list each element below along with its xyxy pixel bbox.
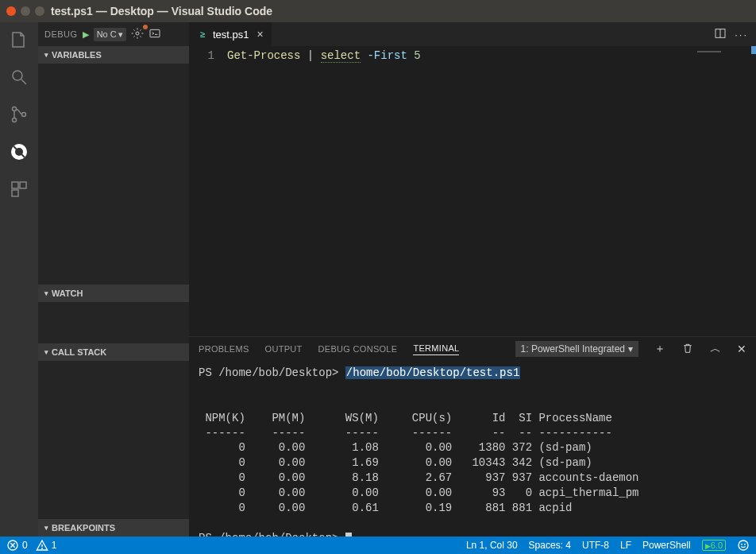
tab-bar: ≥ test.ps1 × ··· <box>189 22 756 46</box>
debug-toolbar: DEBUG ▶ No C▾ <box>38 22 189 46</box>
status-encoding[interactable]: UTF-8 <box>582 540 609 551</box>
svg-line-1 <box>21 79 26 84</box>
extensions-icon[interactable] <box>10 180 29 201</box>
overview-ruler <box>748 46 756 336</box>
svg-rect-7 <box>12 182 18 188</box>
code-editor[interactable]: 1 Get-Process | select -First 5 <box>189 46 756 336</box>
window-titlebar: test.ps1 — Desktop — Visual Studio Code <box>0 0 756 22</box>
chevron-down-icon: ▾ <box>44 51 48 59</box>
kill-terminal-button[interactable] <box>681 342 694 357</box>
settings-badge-icon <box>143 25 148 29</box>
tab-terminal[interactable]: TERMINAL <box>413 343 459 355</box>
powershell-file-icon: ≥ <box>197 29 208 40</box>
variables-header[interactable]: ▾ VARIABLES <box>38 46 189 64</box>
minimize-window-icon[interactable] <box>21 6 30 16</box>
svg-point-16 <box>41 548 42 549</box>
svg-point-0 <box>13 71 22 80</box>
status-eol[interactable]: LF <box>620 540 631 551</box>
svg-point-17 <box>739 540 748 550</box>
debug-console-button[interactable] <box>148 27 161 41</box>
svg-point-18 <box>742 544 742 544</box>
tab-test-ps1[interactable]: ≥ test.ps1 × <box>189 22 272 46</box>
window-title: test.ps1 — Desktop — Visual Studio Code <box>51 5 272 17</box>
close-window-icon[interactable] <box>6 6 16 16</box>
debug-config-select[interactable]: No C▾ <box>94 28 126 41</box>
svg-point-6 <box>15 148 23 156</box>
editor-actions: ··· <box>706 22 756 46</box>
chevron-down-icon: ▾ <box>44 348 48 356</box>
debug-icon[interactable] <box>10 142 29 164</box>
tab-debug-console[interactable]: DEBUG CONSOLE <box>318 344 398 354</box>
svg-rect-11 <box>150 29 160 37</box>
chevron-down-icon: ▾ <box>628 343 633 354</box>
watch-header[interactable]: ▾ WATCH <box>38 285 189 302</box>
svg-rect-9 <box>12 190 18 196</box>
status-warnings[interactable]: 1 <box>36 539 57 552</box>
svg-point-2 <box>13 107 17 111</box>
close-tab-button[interactable]: × <box>257 28 264 41</box>
close-panel-button[interactable]: ✕ <box>737 343 746 355</box>
callstack-header[interactable]: ▾ CALL STACK <box>38 343 189 361</box>
status-indent[interactable]: Spaces: 4 <box>529 540 571 551</box>
window-controls <box>6 6 44 16</box>
status-ps-version[interactable]: ▶6.0 <box>702 540 726 551</box>
svg-point-4 <box>22 113 26 117</box>
tab-output[interactable]: OUTPUT <box>265 344 303 354</box>
callstack-panel <box>38 361 189 519</box>
status-cursor[interactable]: Ln 1, Col 30 <box>466 540 518 551</box>
terminal-selector[interactable]: 1: PowerShell Integrated ▾ <box>515 341 638 357</box>
variables-panel <box>38 64 189 285</box>
source-control-icon[interactable] <box>10 105 29 126</box>
minimap[interactable] <box>697 46 745 57</box>
bottom-panel: PROBLEMS OUTPUT DEBUG CONSOLE TERMINAL 1… <box>189 336 756 537</box>
chevron-down-icon: ▾ <box>44 524 48 532</box>
debug-sidebar: DEBUG ▶ No C▾ ▾ VARIABLES ▾ WATCH ▾ CAL <box>38 22 189 537</box>
svg-point-3 <box>13 118 17 122</box>
chevron-down-icon: ▾ <box>44 289 48 297</box>
more-actions-button[interactable]: ··· <box>735 29 748 41</box>
maximize-panel-button[interactable]: ︿ <box>710 342 721 356</box>
new-terminal-button[interactable]: ＋ <box>654 342 665 356</box>
maximize-window-icon[interactable] <box>35 6 44 16</box>
breakpoints-header[interactable]: ▾ BREAKPOINTS <box>38 519 189 537</box>
terminal-output[interactable]: PS /home/bob/Desktop> /home/bob/Desktop/… <box>189 361 756 537</box>
status-feedback-button[interactable] <box>737 539 750 552</box>
svg-rect-8 <box>20 182 26 188</box>
status-bar: 0 1 Ln 1, Col 30 Spaces: 4 UTF-8 LF Powe… <box>0 537 756 554</box>
search-icon[interactable] <box>10 68 29 89</box>
line-gutter: 1 <box>189 49 227 336</box>
start-debug-button[interactable]: ▶ <box>83 29 89 40</box>
editor-group: ≥ test.ps1 × ··· 1 Get-Process | select … <box>189 22 756 537</box>
tab-label: test.ps1 <box>213 29 249 41</box>
status-language[interactable]: PowerShell <box>642 540 691 551</box>
svg-point-10 <box>136 32 139 35</box>
activity-bar <box>0 22 38 537</box>
watch-panel <box>38 302 189 343</box>
debug-label: DEBUG <box>44 29 78 39</box>
code-content[interactable]: Get-Process | select -First 5 <box>227 49 756 336</box>
debug-settings-button[interactable] <box>131 27 144 41</box>
split-editor-button[interactable] <box>714 27 727 42</box>
panel-tabs: PROBLEMS OUTPUT DEBUG CONSOLE TERMINAL 1… <box>189 337 756 361</box>
status-errors[interactable]: 0 <box>6 539 28 552</box>
explorer-icon[interactable] <box>10 30 29 52</box>
tab-problems[interactable]: PROBLEMS <box>199 344 249 354</box>
svg-point-19 <box>745 544 746 544</box>
